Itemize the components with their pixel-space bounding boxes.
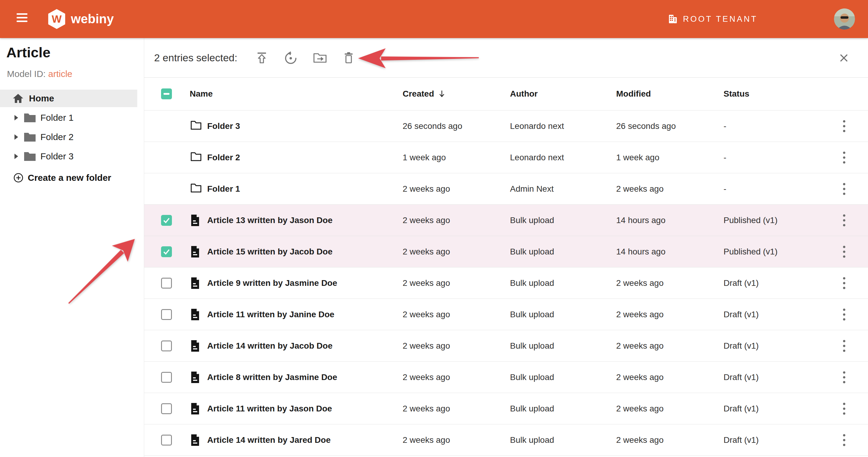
table-row[interactable]: Folder 2 1 week ago Leonardo next 1 week… bbox=[144, 142, 868, 173]
page-title: Article bbox=[6, 44, 50, 61]
sidebar-item-folder-1[interactable]: Folder 1 bbox=[0, 108, 137, 127]
row-actions-kebab-icon[interactable] bbox=[837, 118, 851, 135]
row-actions-kebab-icon[interactable] bbox=[837, 338, 851, 354]
row-checkbox[interactable] bbox=[161, 435, 172, 446]
row-modified: 2 weeks ago bbox=[616, 435, 663, 445]
row-name[interactable]: Folder 2 bbox=[207, 153, 240, 162]
row-actions-kebab-icon[interactable] bbox=[837, 432, 851, 449]
row-name[interactable]: Article 11 written by Janine Doe bbox=[207, 310, 335, 319]
table-row[interactable]: Folder 1 2 weeks ago Admin Next 2 weeks … bbox=[144, 173, 868, 205]
row-actions-kebab-icon[interactable] bbox=[837, 243, 851, 260]
row-modified: 26 seconds ago bbox=[616, 121, 676, 131]
webiny-logo[interactable]: W webiny bbox=[48, 8, 114, 30]
table-row[interactable]: Article 8 written by Jasmine Doe 2 weeks… bbox=[144, 362, 868, 393]
sidebar-item-home[interactable]: Home bbox=[0, 90, 137, 107]
table-row[interactable]: Article 13 written by Jason Doe 2 weeks … bbox=[144, 205, 868, 236]
row-type-icon bbox=[190, 214, 203, 226]
close-selection-button[interactable] bbox=[835, 50, 852, 66]
row-author: Bulk upload bbox=[510, 310, 554, 319]
table-row[interactable]: Article 15 written by Jacob Doe 2 weeks … bbox=[144, 236, 868, 267]
table-row[interactable]: Article 11 written by Jason Doe 2 weeks … bbox=[144, 393, 868, 424]
row-name[interactable]: Article 9 written by Jasmine Doe bbox=[207, 278, 337, 288]
row-checkbox[interactable] bbox=[161, 403, 172, 414]
column-header-created[interactable]: Created bbox=[403, 89, 445, 99]
row-name[interactable]: Article 8 written by Jasmine Doe bbox=[207, 372, 337, 382]
model-id-value: article bbox=[48, 69, 72, 79]
caret-right-icon[interactable] bbox=[14, 134, 18, 140]
row-name[interactable]: Folder 1 bbox=[207, 184, 240, 194]
row-name[interactable]: Article 14 written by Jacob Doe bbox=[207, 341, 332, 351]
row-actions-kebab-icon[interactable] bbox=[837, 275, 851, 292]
svg-text:W: W bbox=[52, 13, 62, 25]
row-created: 2 weeks ago bbox=[403, 310, 450, 319]
column-header-author[interactable]: Author bbox=[510, 89, 538, 99]
publish-button[interactable] bbox=[253, 50, 270, 66]
row-actions-kebab-icon[interactable] bbox=[837, 212, 851, 229]
row-checkbox[interactable] bbox=[161, 215, 172, 226]
row-checkbox[interactable] bbox=[161, 341, 172, 351]
row-name[interactable]: Article 11 written by Jason Doe bbox=[207, 404, 332, 413]
row-checkbox[interactable] bbox=[161, 278, 172, 289]
plus-circle-icon bbox=[13, 173, 24, 183]
folder-icon bbox=[190, 183, 202, 193]
column-header-name[interactable]: Name bbox=[190, 89, 213, 99]
row-modified: 2 weeks ago bbox=[616, 372, 663, 382]
select-all-checkbox[interactable] bbox=[161, 88, 172, 99]
unpublish-restore-button[interactable] bbox=[282, 50, 299, 66]
table-row[interactable]: Article 9 written by Jasmine Doe 2 weeks… bbox=[144, 267, 868, 299]
document-icon bbox=[190, 277, 200, 289]
hamburger-menu-icon[interactable] bbox=[17, 13, 29, 25]
table-row[interactable]: Folder 3 26 seconds ago Leonardo next 26… bbox=[144, 111, 868, 142]
row-type-icon bbox=[190, 120, 203, 132]
folder-label: Folder 1 bbox=[40, 113, 73, 123]
caret-right-icon[interactable] bbox=[14, 115, 18, 120]
row-modified: 2 weeks ago bbox=[616, 278, 663, 288]
row-checkbox[interactable] bbox=[161, 309, 172, 320]
row-modified: 2 weeks ago bbox=[616, 341, 663, 351]
sidebar-item-folder-3[interactable]: Folder 3 bbox=[0, 147, 137, 166]
model-id: Model ID: article bbox=[7, 69, 72, 79]
table-row[interactable]: Article 14 written by Jared Doe 2 weeks … bbox=[144, 424, 868, 456]
close-icon bbox=[839, 53, 848, 62]
row-name[interactable]: Article 14 written by Jared Doe bbox=[207, 435, 331, 445]
row-author: Bulk upload bbox=[510, 341, 554, 351]
caret-right-icon[interactable] bbox=[14, 154, 18, 159]
row-status: Published (v1) bbox=[723, 247, 777, 257]
row-actions-kebab-icon[interactable] bbox=[837, 180, 851, 197]
row-actions-kebab-icon[interactable] bbox=[837, 306, 851, 323]
row-created: 2 weeks ago bbox=[403, 435, 450, 445]
table-body: Folder 3 26 seconds ago Leonardo next 26… bbox=[144, 111, 868, 456]
row-name[interactable]: Folder 3 bbox=[207, 121, 240, 131]
row-actions-kebab-icon[interactable] bbox=[837, 149, 851, 166]
row-author: Bulk upload bbox=[510, 216, 554, 225]
delete-button[interactable] bbox=[340, 50, 357, 66]
document-icon bbox=[190, 214, 200, 226]
table-row[interactable]: Article 11 written by Janine Doe 2 weeks… bbox=[144, 299, 868, 330]
row-actions-kebab-icon[interactable] bbox=[837, 369, 851, 386]
user-avatar[interactable] bbox=[834, 8, 855, 30]
column-header-status[interactable]: Status bbox=[723, 89, 749, 99]
move-to-folder-button[interactable] bbox=[312, 50, 329, 66]
tenant-selector[interactable]: ROOT TENANT bbox=[668, 0, 757, 38]
table-header: Name Created Author Modified Status bbox=[144, 78, 868, 111]
create-folder-label: Create a new folder bbox=[28, 173, 111, 183]
folder-icon bbox=[24, 151, 36, 162]
row-actions-kebab-icon[interactable] bbox=[837, 400, 851, 417]
row-name[interactable]: Article 15 written by Jacob Doe bbox=[207, 247, 332, 257]
row-name[interactable]: Article 13 written by Jason Doe bbox=[207, 216, 332, 225]
row-author: Leonardo next bbox=[510, 153, 564, 162]
row-status: Draft (v1) bbox=[723, 404, 759, 413]
row-type-icon bbox=[190, 434, 203, 446]
row-created: 2 weeks ago bbox=[403, 372, 450, 382]
row-checkbox[interactable] bbox=[161, 372, 172, 383]
create-folder-button[interactable]: Create a new folder bbox=[0, 170, 137, 185]
row-checkbox[interactable] bbox=[161, 246, 172, 257]
row-author: Bulk upload bbox=[510, 278, 554, 288]
table-row[interactable]: Article 14 written by Jacob Doe 2 weeks … bbox=[144, 330, 868, 362]
row-created: 2 weeks ago bbox=[403, 247, 450, 257]
column-header-modified[interactable]: Modified bbox=[616, 89, 651, 99]
row-type-icon bbox=[190, 246, 203, 258]
sidebar-item-folder-2[interactable]: Folder 2 bbox=[0, 127, 137, 147]
home-icon bbox=[13, 93, 24, 103]
row-type-icon bbox=[190, 277, 203, 289]
